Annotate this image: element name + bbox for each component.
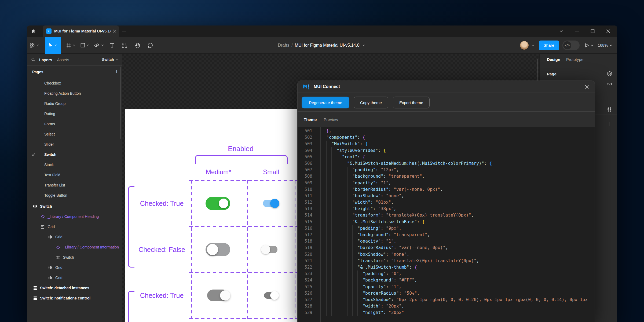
layer-item-grid[interactable]: Grid [27,262,122,273]
grid-dashed-line [189,318,297,319]
layer-item-grid[interactable]: Grid [27,232,122,242]
comment-tool[interactable] [144,37,157,54]
canvas-small-label[interactable]: Small [263,168,279,176]
present-play-button[interactable] [584,43,589,48]
eye-closed-icon[interactable] [607,82,613,86]
actions-tool[interactable] [118,37,131,54]
page-item-switch[interactable]: Switch [27,149,122,160]
chevron-down-icon [609,44,612,46]
code-line: 529"height": "20px" [298,309,595,316]
theme-code-viewer[interactable]: 501},502"components": {503"MuiSwitch": {… [298,127,595,322]
line-number: 516 [298,225,312,232]
copy-theme-button[interactable]: Copy theme [354,97,388,108]
tab-prototype[interactable]: Prototype [566,57,583,62]
zoom-control[interactable]: 168% [598,43,612,47]
page-selector[interactable]: Switch [102,57,118,62]
breadcrumb-file-name[interactable]: MUI for Figma Material UI-v5.14.0 [295,43,360,48]
figma-main-menu[interactable] [27,37,42,54]
add-icon[interactable] [607,122,612,126]
add-page-button[interactable]: + [115,68,118,75]
canvas-medium-label[interactable]: Medium* [206,168,231,176]
page-item-checkbox[interactable]: Checkbox [27,78,122,88]
layer-item-label: Grid [55,265,62,270]
window-menu-chevron-icon[interactable] [557,27,566,35]
export-theme-button[interactable]: Export theme [393,97,430,108]
frame-icon [66,43,71,48]
window-minimize-button[interactable] [572,27,582,35]
hand-icon [135,43,140,48]
layer-item-grid[interactable]: Grid [27,222,122,232]
tab-assets[interactable]: Assets [57,57,69,62]
canvas-row-label[interactable]: Checked: False [132,246,191,254]
layer-item-grid[interactable]: Grid [27,273,122,283]
code-line: 515"& .MuiSwitch-switchBase": { [298,219,595,225]
comment-bubble-icon [148,43,153,48]
home-button[interactable] [30,28,37,35]
hand-tool[interactable] [131,37,144,54]
regenerate-theme-button[interactable]: Regenerate theme [302,97,349,108]
shape-tool[interactable] [78,37,92,54]
switch-medium-preview[interactable] [206,197,230,210]
page-item-toggle-button[interactable]: Toggle Button [27,190,122,200]
switch-thumb [207,244,218,255]
variable-modes-icon[interactable] [607,71,613,77]
layer-item-switch-detached-instances[interactable]: Switch: detached instances [27,283,122,293]
dialog-tabs: Theme Preview [298,112,595,127]
chevron-down-icon[interactable] [532,44,535,46]
page-item-rating[interactable]: Rating [27,109,122,119]
tab-design[interactable]: Design [547,57,560,62]
breadcrumb-drafts[interactable]: Drafts [278,43,289,48]
sidebar-scrollbar[interactable] [120,67,121,139]
page-item-transfer-list[interactable]: Transfer List [27,180,122,190]
text-tool[interactable] [106,37,118,54]
avatar[interactable] [520,41,529,50]
layer-item-switch-notifications-control[interactable]: Switch: notifications control [27,293,122,303]
page-item-forms[interactable]: Forms [27,119,122,129]
frame-tool[interactable] [64,37,78,54]
tab-close-icon[interactable] [113,30,116,33]
switch-medium-preview[interactable] [207,290,229,301]
layer-item-switch[interactable]: Switch [27,201,122,211]
enabled-bracket[interactable] [195,155,288,164]
tab-preview[interactable]: Preview [324,117,338,122]
dev-mode-toggle[interactable]: </> [562,41,580,50]
home-icon [31,29,36,34]
new-tab-button[interactable] [120,27,128,35]
page-item-radio-group[interactable]: Radio Group [27,98,122,109]
code-line: 514"transform": "translateX(0px) transla… [298,212,595,218]
switch-small-preview[interactable] [263,246,277,253]
adjust-sliders-icon[interactable] [607,107,612,112]
layer-item-switch[interactable]: Switch [27,252,122,262]
pen-tool[interactable] [92,37,106,54]
file-tab[interactable]: MUI for Figma Material UI-v5.14.0 [43,25,119,37]
canvas-row-label[interactable]: Checked: True [132,292,191,299]
chevron-down-icon[interactable] [362,44,365,46]
layer-item-library-component-information[interactable]: _Library / Component Information [27,242,122,252]
code-line: 501}, [298,128,595,134]
tab-layers[interactable]: Layers [39,57,52,62]
rows-bracket[interactable] [128,186,134,268]
switch-small-preview[interactable] [263,200,277,207]
pen-icon [94,43,100,48]
window-maximize-button[interactable] [588,27,597,35]
line-number: 527 [298,297,312,303]
switch-medium-preview[interactable] [206,243,230,256]
canvas-row-label[interactable]: Checked: True [132,200,191,207]
window-close-button[interactable] [603,27,613,35]
page-item-floating-action-button[interactable]: Floating Action Button [27,88,122,98]
code-line: 510"borderRadius": "var(--none, 0px)", [298,186,595,193]
canvas-enabled-label[interactable]: Enabled [228,145,253,153]
share-button[interactable]: Share [539,41,559,50]
page-item-select[interactable]: Select [27,129,122,139]
code-line: 508"background": "transparent", [298,173,595,180]
chevron-down-icon[interactable] [591,44,594,46]
page-item-stack[interactable]: Stack [27,160,122,170]
dialog-close-button[interactable] [584,84,590,90]
tab-theme[interactable]: Theme [304,117,317,122]
search-icon[interactable] [31,57,35,62]
page-item-slider[interactable]: Slider [27,139,122,149]
switch-small-preview[interactable] [264,292,276,299]
page-item-text-field[interactable]: Text Field [27,170,122,180]
layer-item-library-component-heading[interactable]: _Library / Component Heading [27,211,122,222]
move-tool-selected[interactable] [45,37,61,54]
